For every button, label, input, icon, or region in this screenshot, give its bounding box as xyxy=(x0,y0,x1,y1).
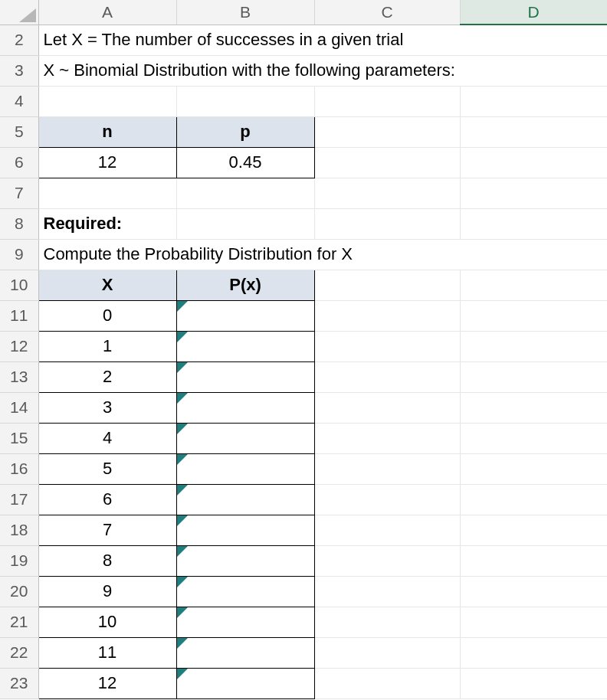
col-header-D[interactable]: D xyxy=(460,0,607,25)
cell-C10[interactable] xyxy=(314,270,460,300)
cell-D20[interactable] xyxy=(460,576,607,607)
cell-C8[interactable] xyxy=(314,208,460,239)
cell-C11[interactable] xyxy=(314,300,460,331)
dist-x-5[interactable]: 5 xyxy=(38,453,176,484)
row-header-7[interactable]: 7 xyxy=(0,178,38,208)
param-header-p[interactable]: p xyxy=(176,116,314,147)
dist-px-9[interactable] xyxy=(176,576,314,607)
dist-x-7[interactable]: 7 xyxy=(38,515,176,545)
dist-px-12[interactable] xyxy=(176,668,314,698)
cell-C15[interactable] xyxy=(314,423,460,453)
row-header-6[interactable]: 6 xyxy=(0,147,38,178)
dist-x-1[interactable]: 1 xyxy=(38,331,176,361)
cell-B8[interactable] xyxy=(176,208,314,239)
dist-x-2[interactable]: 2 xyxy=(38,361,176,392)
cell-C12[interactable] xyxy=(314,331,460,361)
dist-px-10[interactable] xyxy=(176,607,314,637)
select-all-corner[interactable] xyxy=(0,0,38,25)
row-header-22[interactable]: 22 xyxy=(0,637,38,668)
cell-D23[interactable] xyxy=(460,668,607,698)
cell-D6[interactable] xyxy=(460,147,607,178)
row-header-3[interactable]: 3 xyxy=(0,55,38,86)
cell-D18[interactable] xyxy=(460,515,607,545)
cell-A4[interactable] xyxy=(38,86,176,116)
row-header-13[interactable]: 13 xyxy=(0,361,38,392)
row-header-16[interactable]: 16 xyxy=(0,453,38,484)
cell-D7[interactable] xyxy=(460,178,607,208)
dist-header-px[interactable]: P(x) xyxy=(176,270,314,300)
cell-C22[interactable] xyxy=(314,637,460,668)
cell-D17[interactable] xyxy=(460,484,607,515)
row-header-10[interactable]: 10 xyxy=(0,270,38,300)
cell-C17[interactable] xyxy=(314,484,460,515)
cell-A7[interactable] xyxy=(38,178,176,208)
cell-A8[interactable]: Required: xyxy=(38,208,176,239)
dist-x-6[interactable]: 6 xyxy=(38,484,176,515)
cell-C23[interactable] xyxy=(314,668,460,698)
cell-A3[interactable]: X ~ Binomial Distribution with the follo… xyxy=(38,55,176,86)
col-header-C[interactable]: C xyxy=(314,0,460,25)
row-header-5[interactable]: 5 xyxy=(0,116,38,147)
row-header-8[interactable]: 8 xyxy=(0,208,38,239)
dist-px-8[interactable] xyxy=(176,545,314,576)
cell-C20[interactable] xyxy=(314,576,460,607)
cell-C19[interactable] xyxy=(314,545,460,576)
cell-B7[interactable] xyxy=(176,178,314,208)
dist-px-2[interactable] xyxy=(176,361,314,392)
cell-C16[interactable] xyxy=(314,453,460,484)
cell-C6[interactable] xyxy=(314,147,460,178)
dist-x-9[interactable]: 9 xyxy=(38,576,176,607)
cell-D5[interactable] xyxy=(460,116,607,147)
row-header-9[interactable]: 9 xyxy=(0,239,38,270)
dist-x-11[interactable]: 11 xyxy=(38,637,176,668)
param-value-p[interactable]: 0.45 xyxy=(176,147,314,178)
cell-C4[interactable] xyxy=(314,86,460,116)
row-header-17[interactable]: 17 xyxy=(0,484,38,515)
row-header-23[interactable]: 23 xyxy=(0,668,38,698)
cell-C5[interactable] xyxy=(314,116,460,147)
dist-px-4[interactable] xyxy=(176,423,314,453)
row-header-20[interactable]: 20 xyxy=(0,576,38,607)
cell-C7[interactable] xyxy=(314,178,460,208)
cell-D19[interactable] xyxy=(460,545,607,576)
dist-px-1[interactable] xyxy=(176,331,314,361)
dist-px-11[interactable] xyxy=(176,637,314,668)
param-header-n[interactable]: n xyxy=(38,116,176,147)
cell-D13[interactable] xyxy=(460,361,607,392)
row-header-14[interactable]: 14 xyxy=(0,392,38,423)
cell-D9[interactable] xyxy=(460,239,607,270)
dist-x-4[interactable]: 4 xyxy=(38,423,176,453)
row-header-19[interactable]: 19 xyxy=(0,545,38,576)
row-header-12[interactable]: 12 xyxy=(0,331,38,361)
cell-C18[interactable] xyxy=(314,515,460,545)
cell-D15[interactable] xyxy=(460,423,607,453)
cell-D11[interactable] xyxy=(460,300,607,331)
cell-A9[interactable]: Compute the Probability Distribution for… xyxy=(38,239,176,270)
cell-D16[interactable] xyxy=(460,453,607,484)
row-header-2[interactable]: 2 xyxy=(0,25,38,55)
dist-px-0[interactable] xyxy=(176,300,314,331)
row-header-18[interactable]: 18 xyxy=(0,515,38,545)
cell-B4[interactable] xyxy=(176,86,314,116)
cell-D10[interactable] xyxy=(460,270,607,300)
dist-x-12[interactable]: 12 xyxy=(38,668,176,698)
cell-C21[interactable] xyxy=(314,607,460,637)
cell-D21[interactable] xyxy=(460,607,607,637)
cell-C13[interactable] xyxy=(314,361,460,392)
dist-x-10[interactable]: 10 xyxy=(38,607,176,637)
dist-px-6[interactable] xyxy=(176,484,314,515)
cell-A2[interactable]: Let X = The number of successes in a giv… xyxy=(38,25,176,55)
dist-x-3[interactable]: 3 xyxy=(38,392,176,423)
row-header-4[interactable]: 4 xyxy=(0,86,38,116)
cell-D3[interactable] xyxy=(460,55,607,86)
col-header-B[interactable]: B xyxy=(176,0,314,25)
grid[interactable]: A B C D 2 Let X = The number of successe… xyxy=(0,0,607,699)
cell-D8[interactable] xyxy=(460,208,607,239)
cell-C14[interactable] xyxy=(314,392,460,423)
cell-D2[interactable] xyxy=(460,25,607,55)
row-header-11[interactable]: 11 xyxy=(0,300,38,331)
dist-x-0[interactable]: 0 xyxy=(38,300,176,331)
row-header-15[interactable]: 15 xyxy=(0,423,38,453)
dist-px-5[interactable] xyxy=(176,453,314,484)
cell-D14[interactable] xyxy=(460,392,607,423)
